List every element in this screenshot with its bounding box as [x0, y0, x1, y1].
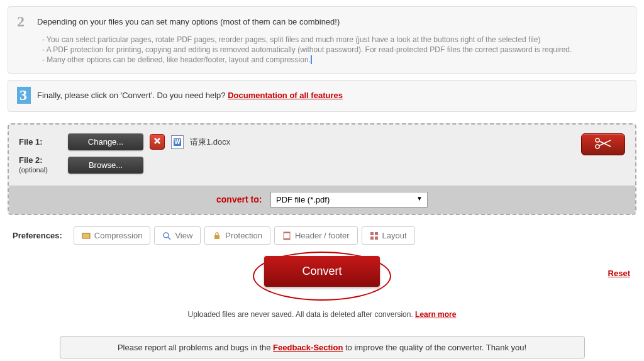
svg-point-0 — [596, 138, 599, 142]
step-2-line-1: - You can select particular pages, rotat… — [42, 35, 627, 44]
step-2-line-3: - Many other options can be defined, lik… — [42, 55, 627, 64]
preferences-row: Preferences: Compression View Protection… — [8, 226, 636, 245]
file-1-label: File 1: — [19, 137, 62, 147]
convert-to-label: convert to: — [216, 194, 262, 204]
svg-rect-8 — [370, 232, 374, 235]
feedback-prefix: Please report all problems and bugs in t… — [118, 343, 273, 352]
svg-rect-7 — [284, 238, 290, 240]
step-3-number: 3 — [17, 87, 31, 104]
close-icon — [153, 136, 162, 145]
compression-button[interactable]: Compression — [74, 226, 151, 245]
svg-rect-6 — [284, 232, 290, 233]
file-1-row: File 1: Change... W 请柬1.docx — [19, 133, 625, 150]
convert-select-wrap: PDF file (*.pdf) — [270, 192, 428, 208]
step-2-body: - You can select particular pages, rotat… — [42, 35, 627, 64]
step-2-title: Depending on your files you can set many… — [37, 17, 340, 26]
convert-to-select[interactable]: PDF file (*.pdf) — [270, 192, 428, 208]
feedback-box: Please report all problems and bugs in t… — [60, 336, 585, 358]
step-2-header: 2 Depending on your files you can set ma… — [17, 13, 627, 30]
layout-button[interactable]: Layout — [362, 226, 415, 245]
svg-rect-2 — [82, 233, 90, 238]
layout-icon — [370, 231, 379, 240]
convert-button[interactable]: Convert — [264, 256, 379, 287]
feedback-suffix: to improve the quality of the converter.… — [343, 343, 526, 352]
remove-file-button[interactable] — [150, 134, 165, 150]
file-2-row: File 2: (optional) Browse... — [19, 155, 625, 174]
file-rows: File 1: Change... W 请柬1.docx File 2: (op… — [9, 125, 635, 186]
view-icon — [162, 231, 171, 240]
step-2-box: 2 Depending on your files you can set ma… — [8, 6, 636, 74]
view-button[interactable]: View — [154, 226, 201, 245]
header-footer-icon — [282, 231, 291, 240]
action-row: Convert Reset — [8, 256, 636, 296]
protection-button[interactable]: Protection — [204, 226, 270, 245]
learn-more-link[interactable]: Learn more — [415, 310, 456, 319]
step-3-header: 3 Finally, please click on 'Convert'. Do… — [17, 87, 627, 104]
step-2-line-2: - A PDF protection for printing, copying… — [42, 45, 627, 54]
browse-file-button[interactable]: Browse... — [68, 157, 143, 174]
documentation-link[interactable]: Documentation of all features — [228, 91, 343, 100]
file-2-label: File 2: (optional) — [19, 155, 62, 174]
compression-icon — [82, 231, 91, 240]
word-file-icon: W — [171, 135, 184, 149]
svg-point-3 — [164, 233, 169, 238]
reset-link[interactable]: Reset — [608, 269, 630, 278]
header-footer-button[interactable]: Header / footer — [274, 226, 358, 245]
feedback-link[interactable]: Feedback-Section — [273, 343, 343, 352]
step-3-box: 3 Finally, please click on 'Convert'. Do… — [8, 80, 636, 112]
step-3-text: Finally, please click on 'Convert'. Do y… — [37, 91, 228, 100]
upload-note: Uploaded files are never saved. All data… — [8, 310, 636, 319]
file-1-name: 请柬1.docx — [190, 136, 230, 148]
svg-point-1 — [596, 145, 599, 148]
svg-rect-10 — [370, 236, 374, 240]
upload-note-text: Uploaded files are never saved. All data… — [188, 310, 416, 319]
lock-icon — [213, 231, 221, 240]
step-2-number: 2 — [17, 13, 31, 30]
svg-rect-9 — [375, 232, 378, 235]
svg-rect-11 — [375, 236, 378, 240]
convert-to-row: convert to: PDF file (*.pdf) — [9, 186, 635, 214]
step-3-title: Finally, please click on 'Convert'. Do y… — [37, 91, 343, 100]
split-file-button[interactable] — [581, 133, 625, 155]
scissors-icon — [594, 138, 612, 149]
svg-rect-4 — [214, 235, 219, 239]
file-drop-area: File 1: Change... W 请柬1.docx File 2: (op… — [8, 123, 636, 215]
preferences-label: Preferences: — [13, 231, 62, 240]
change-file-button[interactable]: Change... — [68, 133, 143, 150]
